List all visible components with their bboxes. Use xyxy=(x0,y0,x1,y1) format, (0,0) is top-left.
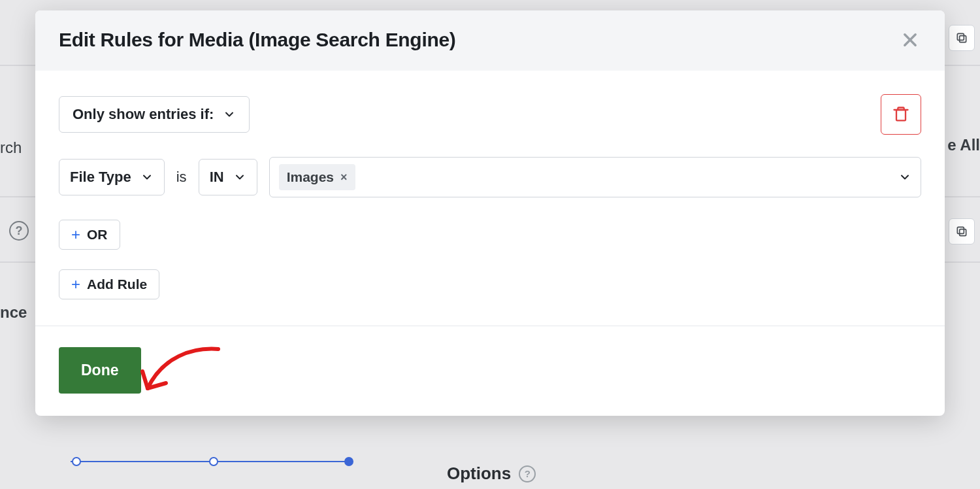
modal-title: Edit Rules for Media (Image Search Engin… xyxy=(59,29,456,51)
bg-text-search: rch xyxy=(0,139,22,157)
copy-button[interactable] xyxy=(949,218,975,244)
slider-node[interactable] xyxy=(209,457,218,466)
edit-rules-modal: Edit Rules for Media (Image Search Engin… xyxy=(35,10,945,416)
chevron-down-icon xyxy=(140,171,154,184)
connector-label: is xyxy=(176,169,187,186)
modal-body: Only show entries if: File Type is IN xyxy=(35,71,945,326)
remove-tag-button[interactable]: × xyxy=(340,171,348,183)
plus-icon: + xyxy=(71,227,80,243)
svg-rect-0 xyxy=(960,36,966,42)
help-icon: ? xyxy=(9,221,29,241)
options-heading: Options ? xyxy=(447,464,536,484)
or-label: OR xyxy=(87,227,108,243)
done-button[interactable]: Done xyxy=(59,347,141,394)
chevron-down-icon xyxy=(898,171,911,184)
trash-icon xyxy=(892,105,910,124)
progress-slider[interactable] xyxy=(71,456,351,467)
help-icon: ? xyxy=(519,465,536,482)
operator-select[interactable]: IN xyxy=(199,159,257,195)
copy-icon xyxy=(955,31,968,44)
close-button[interactable] xyxy=(899,29,921,51)
tag-label: Images xyxy=(287,169,334,185)
copy-button[interactable] xyxy=(949,25,975,51)
options-label: Options xyxy=(447,464,511,484)
close-icon xyxy=(901,31,919,49)
chevron-down-icon xyxy=(223,108,236,121)
condition-label: Only show entries if: xyxy=(73,106,214,123)
chevron-down-icon xyxy=(233,171,246,184)
svg-rect-4 xyxy=(896,110,906,120)
field-select[interactable]: File Type xyxy=(59,159,165,195)
tag-images: Images × xyxy=(279,164,355,190)
copy-icon xyxy=(955,225,968,238)
add-rule-label: Add Rule xyxy=(87,277,147,292)
rule-row: File Type is IN Images × xyxy=(59,157,921,197)
condition-select[interactable]: Only show entries if: xyxy=(59,96,250,133)
field-value: File Type xyxy=(70,169,131,186)
slider-node[interactable] xyxy=(72,457,81,466)
delete-rule-button[interactable] xyxy=(881,94,921,135)
bg-text-all: e All xyxy=(947,136,980,154)
modal-footer: Done xyxy=(35,326,945,416)
plus-icon: + xyxy=(71,277,80,292)
add-or-button[interactable]: + OR xyxy=(59,220,120,250)
modal-header: Edit Rules for Media (Image Search Engin… xyxy=(35,10,945,71)
svg-rect-1 xyxy=(957,33,964,40)
svg-rect-3 xyxy=(957,227,964,233)
operator-value: IN xyxy=(210,169,224,186)
condition-row: Only show entries if: xyxy=(59,94,921,135)
value-multiselect[interactable]: Images × xyxy=(269,157,921,197)
slider-node[interactable] xyxy=(344,457,353,466)
bg-text-nce: nce xyxy=(0,303,27,322)
tag-list: Images × xyxy=(279,164,355,190)
svg-rect-2 xyxy=(960,229,966,236)
add-rule-button[interactable]: + Add Rule xyxy=(59,269,159,299)
